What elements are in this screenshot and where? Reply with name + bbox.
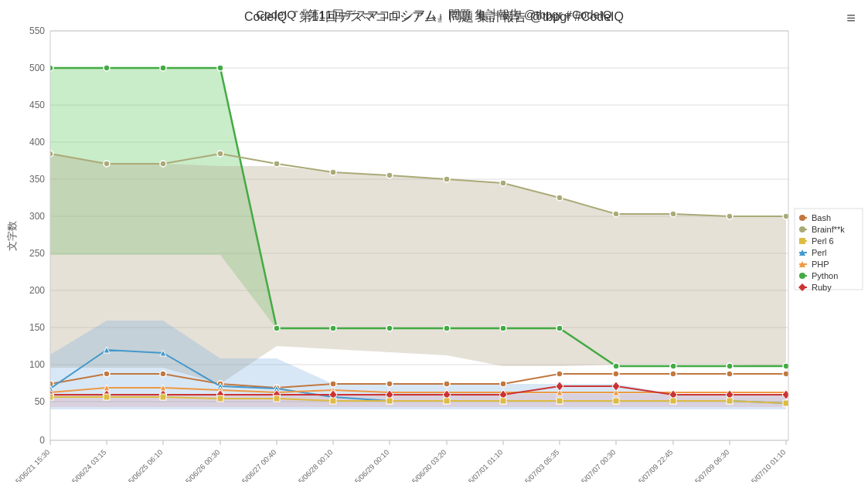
svg-point-71: [274, 161, 280, 167]
svg-text:2015/07/09 22:45: 2015/07/09 22:45: [628, 448, 674, 482]
svg-point-58: [330, 325, 336, 331]
legend-python-label: Python: [812, 271, 838, 280]
svg-point-62: [557, 325, 563, 331]
y-axis-title: 文字数: [6, 221, 18, 251]
svg-text:0: 0: [39, 435, 45, 446]
svg-rect-144: [444, 398, 450, 404]
chart-container: CodeIQ『第11回デスマコロシアム』問題 集計報告 @tbpgr #Code…: [0, 0, 868, 482]
svg-text:2015/06/29 00:10: 2015/06/29 00:10: [344, 448, 390, 482]
y-axis-labels: 550 500 450 400 350 300 250 200 150 100 …: [29, 25, 45, 446]
svg-text:100: 100: [29, 359, 45, 370]
svg-point-86: [330, 381, 336, 387]
svg-point-92: [670, 371, 676, 377]
legend-brainfk-label: Brainf**k: [812, 225, 845, 234]
svg-point-93: [727, 371, 733, 377]
svg-text:2015/06/30 03:20: 2015/06/30 03:20: [401, 448, 448, 482]
x-axis-labels: 2015/06/21 15:30 2015/06/24 03:15 2015/0…: [5, 448, 787, 482]
svg-rect-141: [274, 395, 280, 402]
svg-text:300: 300: [29, 211, 45, 222]
svg-rect-138: [104, 394, 110, 400]
svg-rect-142: [330, 398, 336, 404]
svg-rect-147: [613, 398, 619, 404]
svg-point-59: [386, 325, 393, 331]
svg-point-60: [444, 325, 450, 331]
svg-point-90: [557, 371, 563, 377]
svg-point-82: [104, 371, 110, 377]
svg-point-83: [160, 371, 166, 377]
svg-text:350: 350: [29, 174, 45, 185]
svg-text:2015/07/10 01:10: 2015/07/10 01:10: [740, 448, 787, 482]
svg-text:450: 450: [29, 100, 45, 110]
svg-rect-146: [557, 398, 563, 404]
svg-point-63: [613, 363, 619, 369]
svg-text:550: 550: [29, 25, 45, 36]
svg-text:400: 400: [29, 137, 45, 148]
svg-text:2015/06/24 03:15: 2015/06/24 03:15: [61, 448, 107, 482]
legend-php-label: PHP: [812, 260, 829, 269]
legend-bash-label: Bash: [812, 213, 831, 222]
svg-point-68: [104, 161, 110, 167]
svg-rect-145: [500, 398, 506, 404]
svg-rect-140: [217, 395, 223, 402]
svg-point-64: [670, 363, 676, 369]
svg-text:2015/07/09 06:30: 2015/07/09 06:30: [684, 448, 730, 482]
legend-ruby-label: Ruby: [812, 283, 832, 292]
svg-point-77: [613, 211, 619, 217]
svg-point-91: [613, 371, 619, 377]
svg-point-75: [500, 180, 506, 186]
svg-point-56: [217, 65, 223, 71]
svg-point-79: [727, 213, 733, 219]
svg-text:2015/06/25 06:10: 2015/06/25 06:10: [117, 448, 164, 482]
svg-text:2015/07/01 01:10: 2015/07/01 01:10: [458, 448, 504, 482]
svg-rect-148: [670, 398, 676, 404]
svg-point-70: [217, 151, 223, 157]
svg-rect-149: [727, 398, 733, 404]
svg-point-73: [386, 172, 393, 178]
svg-point-54: [104, 65, 110, 71]
svg-point-87: [386, 381, 393, 387]
svg-text:200: 200: [29, 285, 45, 296]
svg-point-65: [727, 363, 733, 369]
svg-text:2015/06/26 00:30: 2015/06/26 00:30: [175, 448, 221, 482]
svg-point-74: [444, 176, 450, 182]
legend-perl6-label: Perl 6: [812, 236, 834, 246]
svg-rect-143: [386, 398, 393, 404]
svg-text:2015/07/03 05:35: 2015/07/03 05:35: [514, 448, 560, 482]
svg-point-57: [274, 325, 280, 331]
svg-text:2015/06/21 15:30: 2015/06/21 15:30: [5, 448, 51, 482]
main-chart: 550 500 450 400 350 300 250 200 150 100 …: [0, 0, 868, 482]
svg-text:250: 250: [29, 248, 45, 259]
legend-perl-label: Perl: [812, 248, 827, 257]
svg-point-78: [670, 211, 676, 217]
svg-text:500: 500: [29, 63, 45, 73]
svg-point-69: [160, 161, 166, 167]
svg-text:2015/06/28 00:10: 2015/06/28 00:10: [288, 448, 334, 482]
svg-point-72: [330, 169, 336, 175]
svg-point-76: [557, 195, 563, 201]
svg-text:2015/07/07 00:30: 2015/07/07 00:30: [570, 448, 617, 482]
svg-point-89: [500, 381, 506, 387]
svg-rect-139: [160, 394, 166, 400]
svg-point-55: [160, 65, 166, 71]
svg-text:2015/06/27 00:40: 2015/06/27 00:40: [231, 448, 277, 482]
svg-text:50: 50: [35, 396, 46, 407]
svg-point-88: [444, 381, 450, 387]
svg-point-61: [500, 325, 506, 331]
svg-text:150: 150: [29, 322, 45, 333]
